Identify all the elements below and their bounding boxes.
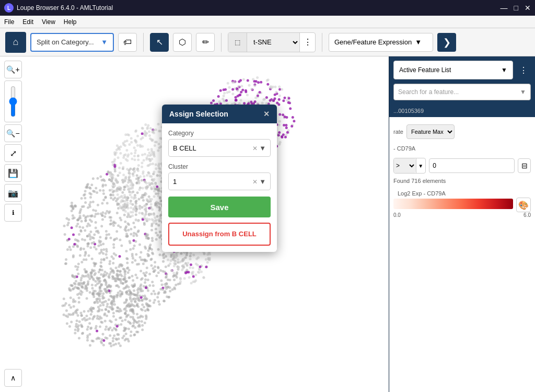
reset-view-button[interactable]: ⤢ — [4, 144, 22, 162]
feature-expression-label: Gene/Feature Expression — [334, 38, 412, 46]
zoom-out-button[interactable]: 🔍− — [4, 124, 22, 142]
toolbar: ⌂ Split on Category... ▼ 🏷 ↖ ⬡ ✏ ⬚ t-SNE… — [0, 28, 535, 56]
found-elements-text: Found 716 elements — [389, 177, 535, 185]
search-placeholder-text: Search for a feature... — [398, 88, 517, 96]
op-arrow: ▼ — [416, 163, 425, 169]
feature-max-select[interactable]: Feature Max Custom — [406, 124, 455, 139]
tsne-more-button[interactable]: ⋮ — [299, 33, 315, 52]
cursor-icon: ↖ — [156, 37, 163, 47]
gradient-row: 🎨 — [393, 198, 531, 212]
zoom-out-icon: 🔍− — [6, 129, 19, 137]
category-value: B CELL — [173, 144, 196, 152]
active-feature-list-dropdown[interactable]: Active Feature List ▼ — [393, 61, 513, 79]
cluster-label: Cluster — [168, 163, 271, 170]
tag-button[interactable]: 🏷 — [118, 33, 137, 52]
app-logo: L — [4, 3, 14, 13]
home-button[interactable]: ⌂ — [5, 32, 26, 53]
unassign-button[interactable]: Unassign from B CELL — [168, 223, 271, 246]
cluster-value: 1 — [173, 178, 177, 186]
camera-icon: 📷 — [8, 188, 18, 198]
dialog-close-button[interactable]: ✕ — [263, 110, 270, 118]
cd79a-label: - CD79A — [393, 145, 415, 152]
tsne-select[interactable]: t-SNE UMAP — [247, 33, 299, 52]
split-category-arrow: ▼ — [101, 38, 108, 46]
filter-apply-button[interactable]: ⊟ — [518, 158, 531, 173]
zoom-range-input[interactable] — [8, 86, 18, 117]
collapse-panel-button[interactable]: ∧ — [4, 369, 22, 387]
zoom-slider[interactable] — [4, 80, 22, 122]
gradient-section: Log2 Exp - CD79A 🎨 0.0 6.0 — [389, 185, 535, 222]
next-panel-button[interactable]: ❯ — [437, 33, 456, 52]
save-icon: 💾 — [8, 168, 18, 178]
zoom-in-button[interactable]: 🔍+ — [4, 61, 22, 78]
nav-arrow-icon: ❯ — [443, 37, 451, 48]
feature-expression-arrow: ▼ — [415, 38, 422, 46]
assign-selection-dialog: Assign Selection ✕ Category B CELL ✕ ▼ C… — [162, 105, 277, 252]
home-icon: ⌂ — [13, 37, 19, 48]
collapse-icon: ∧ — [10, 374, 16, 382]
lasso-button[interactable]: ⬡ — [173, 33, 192, 52]
app-title: Loupe Browser 6.4.0 - AMLTutorial — [17, 4, 113, 11]
active-feature-list-label: Active Feature List — [399, 66, 451, 74]
gradient-labels: 0.0 6.0 — [393, 212, 531, 218]
lasso-icon: ⬡ — [179, 37, 186, 47]
right-panel-header: Active Feature List ▼ ⋮ — [389, 56, 535, 84]
dialog-header: Assign Selection ✕ — [162, 105, 277, 123]
menubar: File Edit View Help — [0, 16, 535, 28]
save-view-button[interactable]: 💾 — [4, 164, 22, 182]
brush-icon: ✏ — [202, 37, 209, 47]
close-button[interactable]: ✕ — [525, 4, 531, 12]
split-category-dropdown[interactable]: Split on Category... ▼ — [30, 33, 114, 52]
filter-row-2: - CD79A — [389, 142, 535, 155]
right-panel: Active Feature List ▼ ⋮ Search for a fea… — [389, 56, 535, 392]
gradient-min: 0.0 — [393, 212, 401, 218]
brush-button[interactable]: ✏ — [196, 33, 215, 52]
cluster-select[interactable]: 1 ✕ ▼ — [168, 172, 271, 190]
filter-value-input[interactable] — [429, 158, 515, 173]
separator-2 — [221, 33, 222, 52]
separator-3 — [322, 33, 322, 52]
reset-icon: ⤢ — [10, 148, 17, 158]
gradient-max: 6.0 — [524, 212, 531, 218]
menu-file[interactable]: File — [4, 18, 14, 26]
titlebar: L Loupe Browser 6.4.0 - AMLTutorial — □ … — [0, 0, 535, 16]
feature-list-arrow: ▼ — [501, 66, 507, 74]
category-select[interactable]: B CELL ✕ ▼ — [168, 139, 271, 157]
screenshot-button[interactable]: 📷 — [4, 184, 22, 202]
feature-search-bar[interactable]: Search for a feature... ▼ — [393, 84, 531, 100]
feature-expression-dropdown[interactable]: Gene/Feature Expression ▼ — [329, 33, 433, 52]
cluster-dropdown-arrow: ▼ — [259, 178, 266, 186]
cursor-button[interactable]: ↖ — [150, 33, 169, 52]
filter-row-1: rate Feature Max Custom — [389, 121, 535, 142]
category-clear-button[interactable]: ✕ — [252, 145, 258, 152]
cluster-clear-button[interactable]: ✕ — [252, 178, 258, 186]
right-panel-more-button[interactable]: ⋮ — [516, 63, 531, 77]
tsne-control: ⬚ t-SNE UMAP ⋮ — [228, 32, 316, 52]
zoom-in-icon: 🔍+ — [6, 65, 19, 74]
operator-select[interactable]: > >= < <= = — [394, 158, 416, 173]
info-icon: ℹ — [12, 209, 15, 216]
category-label: Category — [168, 130, 271, 137]
menu-view[interactable]: View — [42, 18, 55, 26]
menu-help[interactable]: Help — [64, 18, 77, 26]
filter-rate-label: rate — [393, 129, 403, 135]
minimize-button[interactable]: — — [501, 4, 508, 12]
separator-1 — [143, 33, 144, 52]
save-button[interactable]: Save — [168, 197, 271, 217]
tsne-plot-icon: ⬚ — [228, 33, 247, 52]
dialog-title: Assign Selection — [169, 110, 228, 118]
palette-button[interactable]: 🎨 — [516, 198, 531, 212]
filter-icon: ⊟ — [521, 162, 528, 170]
maximize-button[interactable]: □ — [514, 4, 518, 12]
unassign-label: Unassign from B CELL — [182, 230, 257, 238]
split-category-label: Split on Category... — [37, 38, 94, 46]
menu-edit[interactable]: Edit — [22, 18, 33, 26]
search-arrow-icon: ▼ — [520, 88, 526, 96]
category-dropdown-arrow: ▼ — [259, 144, 266, 152]
tag-icon: 🏷 — [123, 38, 132, 47]
feature-id: ...00105369 — [389, 105, 535, 117]
gradient-label: Log2 Exp - CD79A — [393, 189, 531, 198]
info-button[interactable]: ℹ — [4, 204, 22, 222]
filter-operator-row: > >= < <= = ▼ ⊟ — [389, 155, 535, 177]
color-gradient-bar — [393, 199, 513, 209]
